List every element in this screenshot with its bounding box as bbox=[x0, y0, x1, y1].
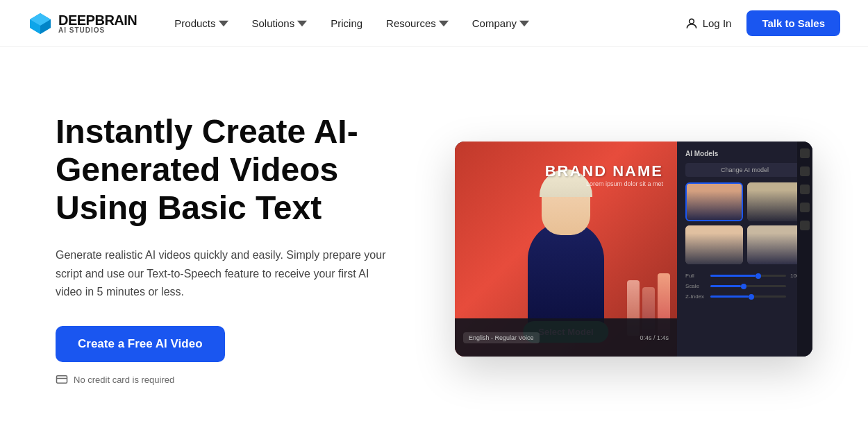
mock-slider-scale: Scale 24 bbox=[685, 283, 804, 289]
navbar: DEEPBRAIN AI STUDIOS Products Solutions … bbox=[0, 0, 868, 47]
mock-ai-person bbox=[521, 173, 611, 325]
svg-rect-5 bbox=[57, 376, 67, 384]
mock-brand-sub: Lorem ipsum dolor sit a met bbox=[545, 180, 663, 187]
mock-side-icon-5[interactable] bbox=[800, 221, 810, 230]
nav-resources-label: Resources bbox=[386, 17, 436, 29]
mock-panel: AI Models Change AI model bbox=[677, 142, 812, 357]
user-icon bbox=[685, 17, 699, 31]
chevron-down-icon bbox=[439, 19, 449, 28]
mock-toolbar: English - Regular Voice 0:4s / 1:4s bbox=[455, 318, 677, 357]
nav-item-company[interactable]: Company bbox=[462, 13, 539, 33]
hero-description: Generate realistic AI videos quickly and… bbox=[56, 246, 396, 301]
nav-item-products[interactable]: Products bbox=[165, 13, 237, 33]
mock-avatars-grid bbox=[685, 182, 804, 264]
logo-icon bbox=[28, 11, 53, 36]
brand-subtitle: AI STUDIOS bbox=[58, 27, 137, 34]
credit-card-icon bbox=[56, 373, 68, 386]
mock-side-icon-2[interactable] bbox=[800, 166, 810, 176]
nav-item-resources[interactable]: Resources bbox=[376, 13, 458, 33]
mock-slider-scale-fill bbox=[710, 285, 741, 287]
nav-products-label: Products bbox=[174, 17, 215, 29]
mock-avatar-4[interactable] bbox=[747, 225, 805, 264]
mock-brand-overlay: BRAND NAME Lorem ipsum dolor sit a met bbox=[545, 162, 663, 187]
mock-side-icons bbox=[797, 142, 812, 357]
talk-to-sales-button[interactable]: Talk to Sales bbox=[746, 10, 840, 36]
mock-person-body bbox=[528, 221, 604, 325]
brand-name: DEEPBRAIN bbox=[58, 13, 137, 27]
mock-panel-title: AI Models bbox=[685, 150, 804, 157]
nav-item-solutions[interactable]: Solutions bbox=[242, 13, 317, 33]
nav-pricing-label: Pricing bbox=[331, 17, 362, 29]
hero-section: Instantly Create AI-Generated Videos Usi… bbox=[0, 47, 868, 437]
mock-slider-zindex-label: Z-Index bbox=[685, 293, 706, 300]
mock-change-model-button[interactable]: Change AI model bbox=[685, 163, 804, 177]
mock-avatar-2[interactable] bbox=[747, 182, 805, 221]
login-label: Log In bbox=[703, 17, 732, 29]
mock-slider-scale-track[interactable] bbox=[710, 285, 786, 287]
svg-point-4 bbox=[689, 19, 694, 24]
mock-brand-name: BRAND NAME bbox=[545, 162, 663, 180]
create-free-video-button[interactable]: Create a Free AI Video bbox=[56, 326, 225, 362]
chevron-down-icon bbox=[219, 19, 228, 28]
nav-solutions-label: Solutions bbox=[252, 17, 295, 29]
logo-text: DEEPBRAIN AI STUDIOS bbox=[58, 13, 137, 34]
hero-screenshot: BRAND NAME Lorem ipsum dolor sit a met S… bbox=[455, 142, 812, 357]
mock-slider-full-track[interactable] bbox=[710, 275, 786, 277]
mock-lang-selector: English - Regular Voice bbox=[463, 332, 540, 343]
mock-screen: BRAND NAME Lorem ipsum dolor sit a met S… bbox=[455, 142, 812, 357]
mock-avatar-3[interactable] bbox=[685, 225, 743, 264]
mock-slider-scale-thumb bbox=[741, 284, 746, 289]
mock-time: 0:4s / 1:4s bbox=[640, 334, 669, 341]
mock-side-icon-3[interactable] bbox=[800, 185, 810, 194]
mock-slider-zindex-fill bbox=[710, 295, 749, 298]
no-cc-text: No credit card is required bbox=[74, 375, 174, 385]
mock-slider-full-fill bbox=[710, 275, 756, 277]
mock-slider-full-label: Full bbox=[685, 273, 706, 279]
mock-slider-full: Full 100% bbox=[685, 273, 804, 279]
mock-slider-zindex-thumb bbox=[749, 294, 754, 300]
login-button[interactable]: Log In bbox=[678, 12, 739, 35]
chevron-down-icon bbox=[297, 19, 307, 28]
nav-item-pricing[interactable]: Pricing bbox=[321, 13, 372, 33]
mock-slider-zindex: Z-Index 0 bbox=[685, 293, 804, 300]
mock-side-icon-4[interactable] bbox=[800, 203, 810, 212]
mock-side-icon-1[interactable] bbox=[800, 148, 810, 158]
mock-avatar-1[interactable] bbox=[685, 182, 743, 221]
mock-video-preview: BRAND NAME Lorem ipsum dolor sit a met S… bbox=[455, 142, 677, 357]
logo[interactable]: DEEPBRAIN AI STUDIOS bbox=[28, 11, 137, 36]
mock-slider-scale-label: Scale bbox=[685, 283, 706, 289]
mock-slider-zindex-track[interactable] bbox=[710, 295, 786, 298]
no-credit-card-notice: No credit card is required bbox=[56, 373, 413, 386]
hero-title: Instantly Create AI-Generated Videos Usi… bbox=[56, 112, 413, 228]
nav-right: Log In Talk to Sales bbox=[678, 10, 840, 36]
mock-sliders: Full 100% Scale 24 bbox=[685, 273, 804, 304]
mock-slider-full-thumb bbox=[756, 273, 761, 279]
hero-left: Instantly Create AI-Generated Videos Usi… bbox=[56, 112, 413, 386]
chevron-down-icon bbox=[519, 19, 529, 28]
nav-links: Products Solutions Pricing Resources Com… bbox=[165, 13, 677, 33]
nav-company-label: Company bbox=[472, 17, 517, 29]
